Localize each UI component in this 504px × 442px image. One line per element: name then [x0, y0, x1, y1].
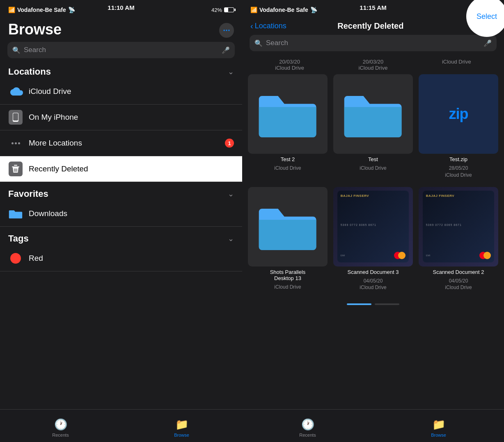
sidebar-item-recently-deleted[interactable]: Recently Deleted [0, 156, 242, 182]
sidebar-item-on-my-iphone[interactable]: On My iPhone [0, 105, 242, 130]
more-options-button[interactable] [219, 23, 234, 38]
browse-title: Browse [8, 21, 62, 38]
date-col3: iCloud Drive [442, 59, 471, 65]
browse-icon-left: 📁 [175, 418, 188, 431]
tags-section-header: Tags ⌄ [0, 231, 242, 246]
file-item-scan3[interactable]: BAJAJ FINSERV 5369 0772 8065 8671 EMI [333, 187, 413, 292]
wifi-icon: 📡 [68, 7, 75, 13]
sidebar-item-red-tag[interactable]: Red [0, 246, 242, 271]
select-label: Select [477, 12, 497, 21]
sidebar-item-downloads[interactable]: Downloads [0, 201, 242, 227]
svg-rect-4 [13, 113, 18, 121]
search-input-left[interactable]: Search [24, 46, 218, 54]
svg-rect-6 [12, 166, 19, 167]
downloads-folder-icon [8, 206, 23, 221]
back-button[interactable]: ‹ Locations [250, 21, 286, 31]
file-thumb-scan2: BAJAJ FINSERV 5369 0772 8065 8671 EMI [419, 187, 498, 267]
icloud-icon [8, 84, 23, 99]
tags-label: Tags [8, 233, 29, 244]
right-time: 11:15 AM [360, 4, 386, 11]
select-button[interactable]: Select [466, 0, 504, 37]
file-sub-scan2: 04/05/20iCloud Drive [445, 278, 472, 292]
file-item-testzip[interactable]: zip Test.zip 28/05/20iCloud Drive [419, 74, 498, 179]
files-grid: Test 2 iCloud Drive Test iCloud Drive zi… [248, 74, 498, 299]
svg-point-1 [226, 30, 227, 31]
left-carrier: 📶 Vodafone-Be Safe 📡 [8, 7, 75, 13]
file-sub-scan3: 04/05/20iCloud Drive [360, 278, 386, 292]
recents-icon-right: 🕐 [301, 418, 314, 431]
file-item-shots[interactable]: Shots ParallelsDesktop 13 iCloud Drive [248, 187, 328, 292]
file-name-shots: Shots ParallelsDesktop 13 [270, 269, 306, 281]
left-panel: 📶 Vodafone-Be Safe 📡 11:10 AM 42% Browse… [0, 0, 242, 442]
more-dots-icon [8, 136, 23, 150]
locations-section-header: Locations ⌄ [0, 64, 242, 79]
red-tag-label: Red [29, 254, 234, 263]
phone-icon [8, 110, 23, 125]
file-item-test2[interactable]: Test 2 iCloud Drive [248, 74, 328, 179]
file-thumb-test [333, 74, 413, 154]
file-name-scan2: Scanned Document 2 [433, 269, 484, 275]
status-bar-right: 📶 Vodafone-Be Safe 📡 11:15 AM 41% Select [242, 0, 504, 18]
bottom-tabs-right: 🕐 Recents 📁 Browse [242, 409, 504, 442]
sidebar-item-more-locations[interactable]: More Locations 1 [0, 130, 242, 156]
recents-label-left: Recents [52, 433, 69, 437]
zip-text: zip [449, 105, 468, 123]
favorites-chevron[interactable]: ⌄ [228, 189, 234, 198]
sidebar-item-icloud[interactable]: iCloud Drive [0, 79, 242, 105]
file-name-scan3: Scanned Document 3 [347, 269, 399, 275]
file-thumb-shots [248, 187, 328, 267]
svg-point-2 [228, 30, 229, 31]
browse-label-right: Browse [431, 433, 446, 437]
tags-chevron[interactable]: ⌄ [228, 234, 234, 243]
locations-label: Locations [8, 66, 51, 77]
locations-chevron[interactable]: ⌄ [228, 67, 234, 76]
svg-point-0 [224, 30, 225, 31]
date-sub2: iCloud Drive [359, 65, 388, 71]
select-button-area: Select [466, 0, 504, 37]
back-chevron-icon: ‹ [250, 21, 253, 31]
svg-rect-7 [14, 165, 17, 166]
browse-label-left: Browse [174, 433, 189, 437]
file-thumb-testzip: zip [419, 74, 498, 154]
red-tag-icon [8, 251, 23, 266]
back-label: Locations [255, 22, 286, 30]
file-name-test2: Test 2 [281, 156, 295, 162]
files-grid-container: 20/03/20 iCloud Drive 20/03/20 iCloud Dr… [242, 57, 504, 442]
bottom-tabs-left: 🕐 Recents 📁 Browse [0, 409, 242, 442]
tab-recents-left[interactable]: 🕐 Recents [0, 414, 121, 437]
tags-section: Tags ⌄ Red [0, 231, 242, 271]
file-sub-test: iCloud Drive [360, 165, 386, 172]
file-item-scan2[interactable]: BAJAJ FINSERV 5369 0772 8065 8671 EMI [419, 187, 498, 292]
signal-icon: 📶 [8, 7, 15, 13]
file-sub-test2: iCloud Drive [274, 165, 301, 172]
right-carrier: 📶 Vodafone-Be Safe 📡 [250, 7, 317, 13]
trash-icon [8, 162, 23, 176]
more-locations-badge: 1 [225, 139, 234, 148]
search-icon-right: 🔍 [254, 39, 263, 47]
tab-browse-right[interactable]: 📁 Browse [373, 414, 504, 437]
date-header-row: 20/03/20 iCloud Drive 20/03/20 iCloud Dr… [248, 57, 498, 74]
recents-icon-left: 🕐 [54, 418, 67, 431]
file-thumb-scan3: BAJAJ FINSERV 5369 0772 8065 8671 EMI [333, 187, 413, 267]
icloud-label: iCloud Drive [29, 87, 234, 96]
status-bar-left: 📶 Vodafone-Be Safe 📡 11:10 AM 42% [0, 0, 242, 18]
file-name-testzip: Test.zip [449, 156, 467, 162]
mic-icon-left[interactable]: 🎤 [222, 46, 230, 54]
tab-recents-right[interactable]: 🕐 Recents [242, 414, 373, 437]
file-thumb-test2 [248, 74, 328, 154]
search-bar-right[interactable]: 🔍 Search 🎤 [250, 35, 497, 51]
microphone-icon-right[interactable]: 🎤 [483, 39, 492, 47]
right-panel: 📶 Vodafone-Be Safe 📡 11:15 AM 41% Select… [242, 0, 504, 442]
file-sub-shots: iCloud Drive [274, 284, 301, 291]
signal-icon-right: 📶 [250, 7, 257, 13]
recently-deleted-label: Recently Deleted [29, 164, 234, 173]
more-locations-label: More Locations [29, 139, 219, 148]
favorites-section-header: Favorites ⌄ [0, 186, 242, 201]
favorites-section: Favorites ⌄ Downloads [0, 182, 242, 227]
search-bar-left[interactable]: 🔍 Search 🎤 [7, 42, 235, 58]
left-battery: 42% [211, 7, 234, 13]
tab-browse-left[interactable]: 📁 Browse [121, 414, 242, 437]
browse-icon-right: 📁 [432, 418, 445, 431]
search-input-right[interactable]: Search [266, 39, 480, 47]
file-item-test[interactable]: Test iCloud Drive [333, 74, 413, 179]
